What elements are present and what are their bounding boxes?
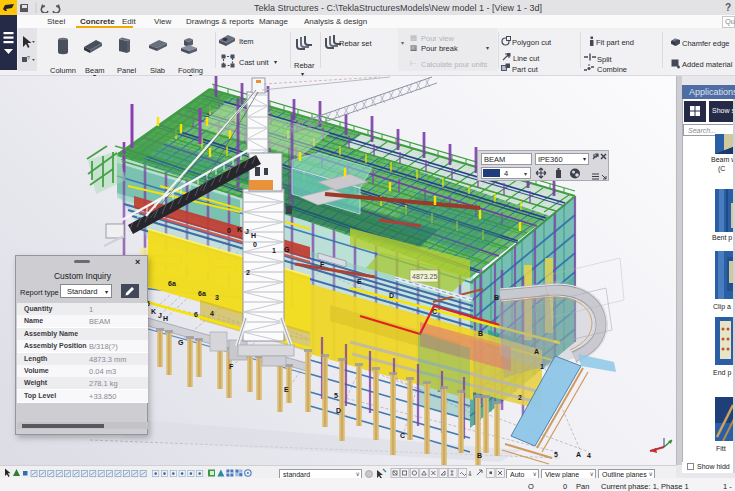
svg-text:A: A [534,348,539,355]
svg-text:6a: 6a [168,280,176,287]
svg-text:1: 1 [540,363,544,370]
svg-text:D: D [336,407,341,414]
svg-text:4: 4 [587,452,591,459]
svg-text:F: F [229,363,234,370]
svg-text:K: K [237,226,242,233]
svg-text:3: 3 [215,294,219,301]
svg-text:5: 5 [334,392,338,399]
svg-text:C: C [400,432,405,439]
svg-text:1: 1 [272,247,276,254]
svg-text:G: G [284,246,290,253]
svg-text:5: 5 [554,451,558,458]
svg-text:H: H [251,232,256,239]
svg-text:D: D [389,292,394,299]
svg-text:F: F [320,261,325,268]
svg-text:6a: 6a [198,290,206,297]
svg-text:6: 6 [194,311,198,318]
svg-text:0: 0 [253,241,257,248]
svg-text:?: ? [27,55,30,61]
svg-text:B: B [494,294,499,301]
svg-text:0: 0 [227,227,231,234]
svg-text:J: J [245,228,249,235]
svg-text:2: 2 [518,394,522,401]
svg-text:G: G [178,339,184,346]
svg-text:2: 2 [246,269,250,276]
svg-text:J: J [158,312,162,319]
svg-text:4: 4 [210,310,214,317]
svg-text:A: A [576,451,581,458]
svg-text:B: B [478,330,483,337]
svg-text:E: E [357,278,362,285]
svg-text:C: C [432,308,437,315]
svg-text:B: B [477,452,482,459]
svg-text:H: H [163,315,168,322]
svg-text:K: K [151,308,156,315]
svg-text:E: E [284,386,289,393]
svg-text:4873.25: 4873.25 [412,273,437,280]
